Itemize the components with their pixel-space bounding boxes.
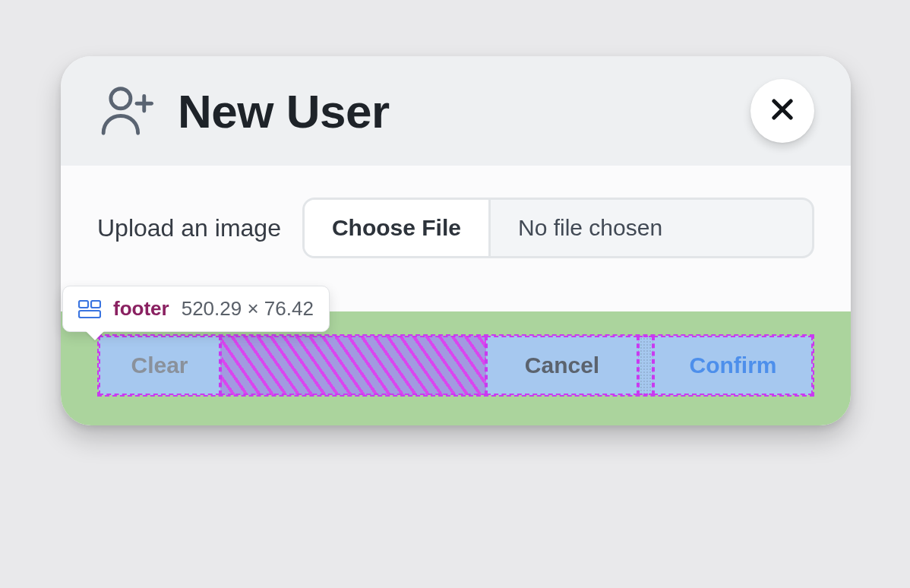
flex-gap-small	[638, 336, 653, 395]
choose-file-button[interactable]: Choose File	[305, 200, 491, 256]
flex-gap-region	[220, 336, 486, 395]
file-status: No file chosen	[491, 200, 812, 256]
new-user-dialog: New User Upload an image Choose File No …	[61, 56, 851, 425]
add-user-icon	[97, 81, 156, 141]
svg-rect-7	[79, 311, 100, 318]
close-button[interactable]	[750, 79, 814, 143]
inspector-tag-name: footer	[113, 297, 169, 321]
file-picker: Choose File No file chosen	[302, 198, 814, 258]
flex-layout-icon	[78, 299, 101, 319]
confirm-button[interactable]: Confirm	[653, 336, 813, 395]
upload-label: Upload an image	[97, 214, 281, 242]
cancel-button[interactable]: Cancel	[486, 336, 638, 395]
footer-flex-overlay: Clear Cancel Confirm	[97, 334, 814, 397]
title-group: New User	[97, 81, 390, 141]
dialog-header: New User	[61, 56, 851, 166]
clear-button[interactable]: Clear	[99, 336, 220, 395]
dialog-title: New User	[178, 84, 390, 138]
devtools-inspector-tooltip: footer 520.29 × 76.42	[62, 286, 330, 332]
inspector-dimensions: 520.29 × 76.42	[182, 297, 314, 321]
svg-rect-6	[91, 301, 100, 308]
close-icon	[768, 95, 797, 127]
svg-point-0	[111, 89, 131, 109]
svg-rect-5	[79, 301, 88, 308]
